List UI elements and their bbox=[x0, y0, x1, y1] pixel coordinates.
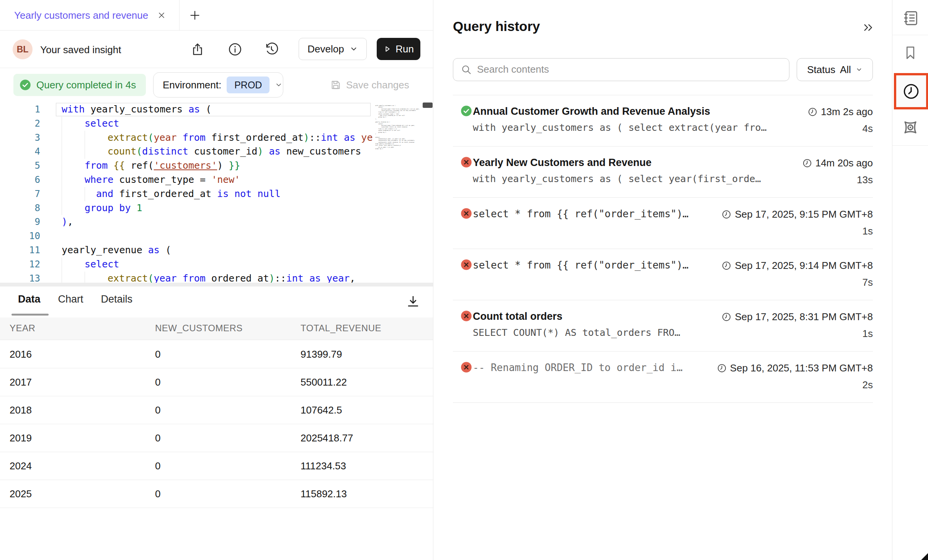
indent-guide bbox=[62, 173, 62, 187]
clock-icon bbox=[722, 312, 731, 322]
code-text: count(distinct customer_id) as new_custo… bbox=[108, 145, 361, 159]
code-line[interactable]: 5from {{ ref('customers') }} bbox=[0, 159, 433, 173]
indent-guide bbox=[62, 131, 62, 145]
clock-icon bbox=[802, 158, 812, 168]
clock-icon bbox=[722, 210, 731, 219]
success-status-icon bbox=[461, 105, 472, 117]
table-cell: 0 bbox=[155, 404, 160, 416]
history-item[interactable]: Annual Customer Growth and Revenue Analy… bbox=[453, 95, 873, 147]
query-history-icon-active[interactable] bbox=[894, 73, 928, 109]
develop-label: Develop bbox=[307, 43, 344, 55]
column-header-total_revenue: TOTAL_REVENUE bbox=[301, 323, 381, 334]
status-filter-value: All bbox=[840, 64, 851, 76]
history-item-time: Sep 17, 2025, 9:14 PM GMT+8 bbox=[722, 260, 873, 272]
sql-editor[interactable]: 1with yearly_customers as (2select3extra… bbox=[0, 103, 433, 283]
history-item-duration: 4s bbox=[863, 123, 873, 135]
play-icon bbox=[383, 45, 392, 53]
code-line[interactable]: 11yearly_revenue as ( bbox=[0, 243, 433, 257]
tab-title: Yearly customers and revenue bbox=[14, 10, 148, 21]
environment-label: Environment: bbox=[163, 79, 221, 91]
chevron-down-icon bbox=[350, 45, 358, 53]
history-item-sql-preview: with yearly_customers as ( select year(f… bbox=[473, 173, 761, 184]
code-line[interactable]: 8group by 1 bbox=[0, 201, 433, 215]
error-status-icon bbox=[461, 156, 472, 168]
table-row: 20240111234.53 bbox=[0, 452, 433, 480]
code-line[interactable]: 2select bbox=[0, 117, 433, 131]
search-icon bbox=[461, 64, 472, 75]
line-number: 12 bbox=[0, 257, 40, 272]
code-line[interactable]: 12select bbox=[0, 257, 433, 272]
history-item-time: Sep 17, 2025, 8:31 PM GMT+8 bbox=[722, 311, 873, 323]
indent-guide bbox=[62, 145, 62, 159]
history-item-title: select * from {{ ref("order_items")… bbox=[473, 208, 689, 220]
line-number: 8 bbox=[0, 201, 40, 215]
tab-chart[interactable]: Chart bbox=[58, 293, 83, 305]
code-line[interactable]: 1with yearly_customers as ( bbox=[0, 103, 433, 117]
close-tab-icon[interactable] bbox=[157, 10, 167, 20]
history-item[interactable]: select * from {{ ref("order_items")…Sep … bbox=[453, 249, 873, 300]
chevron-down-icon bbox=[275, 81, 283, 89]
history-item-sql-preview: with yearly_customers as ( select extrac… bbox=[473, 122, 767, 133]
download-icon[interactable] bbox=[406, 294, 420, 309]
code-line[interactable]: 9), bbox=[0, 215, 433, 229]
notebook-icon[interactable] bbox=[902, 9, 919, 28]
history-item[interactable]: Yearly New Customers and Revenue14m 20s … bbox=[453, 147, 873, 198]
table-row: 20250115892.13 bbox=[0, 480, 433, 508]
code-line[interactable]: 3extract(year from first_ordered_at)::in… bbox=[0, 131, 433, 145]
run-label: Run bbox=[395, 43, 414, 55]
code-line[interactable]: 13extract(year from ordered_at)::int as … bbox=[0, 272, 433, 283]
table-row: 2016091399.79 bbox=[0, 340, 433, 368]
tab-details[interactable]: Details bbox=[101, 293, 133, 305]
indent-guide bbox=[62, 159, 62, 173]
environment-dropdown[interactable]: Environment: PROD bbox=[153, 72, 283, 98]
run-button[interactable]: Run bbox=[377, 38, 420, 60]
clock-icon bbox=[717, 363, 727, 373]
code-line[interactable]: 4count(distinct customer_id) as new_cust… bbox=[0, 145, 433, 159]
right-rail bbox=[892, 0, 928, 560]
info-icon[interactable] bbox=[228, 42, 242, 57]
version-history-icon[interactable] bbox=[264, 42, 279, 57]
table-cell: 2018 bbox=[10, 404, 32, 416]
active-tab-indicator bbox=[11, 314, 49, 316]
table-cell: 2025418.77 bbox=[301, 432, 353, 444]
tab-data[interactable]: Data bbox=[18, 293, 41, 305]
bookmark-icon[interactable] bbox=[902, 45, 918, 62]
table-cell: 0 bbox=[155, 376, 160, 388]
column-header-new_customers: NEW_CUSTOMERS bbox=[155, 323, 243, 334]
check-circle-icon bbox=[20, 79, 31, 91]
editor-scrollbar[interactable] bbox=[423, 103, 433, 108]
table-cell: 2024 bbox=[10, 460, 32, 472]
history-item[interactable]: select * from {{ ref("order_items")…Sep … bbox=[453, 198, 873, 249]
compass-icon[interactable] bbox=[901, 118, 920, 138]
code-line[interactable]: 7and first_ordered_at is not null bbox=[0, 187, 433, 201]
table-row: 201902025418.77 bbox=[0, 424, 433, 452]
share-icon[interactable] bbox=[190, 42, 205, 57]
code-line[interactable]: 10 bbox=[0, 229, 433, 243]
table-row: 20170550011.22 bbox=[0, 368, 433, 396]
error-status-icon bbox=[461, 259, 472, 270]
editor-results-divider[interactable] bbox=[0, 283, 433, 287]
develop-dropdown[interactable]: Develop bbox=[299, 38, 367, 60]
error-status-icon bbox=[461, 361, 472, 373]
search-input[interactable] bbox=[477, 59, 779, 80]
editor-minimap[interactable]: with yearly_customers as ( select extrac… bbox=[373, 103, 423, 283]
code-line[interactable]: 6where customer_type = 'new' bbox=[0, 173, 433, 187]
editor-panel: Yearly customers and revenue BL Your sav… bbox=[0, 0, 433, 560]
save-changes-button[interactable]: Save changes bbox=[330, 74, 409, 96]
status-filter-dropdown[interactable]: Status All bbox=[797, 58, 873, 81]
table-cell: 107642.5 bbox=[301, 404, 342, 416]
table-cell: 115892.13 bbox=[301, 488, 347, 500]
tab-yearly-customers[interactable]: Yearly customers and revenue bbox=[0, 0, 167, 31]
query-status-text: Query completed in 4s bbox=[36, 79, 136, 91]
code-text: yearly_revenue as ( bbox=[62, 243, 171, 257]
collapse-panel-icon[interactable] bbox=[862, 21, 874, 34]
history-item-title: Annual Customer Growth and Revenue Analy… bbox=[473, 106, 710, 117]
table-cell: 2016 bbox=[10, 348, 32, 360]
history-item-duration: 2s bbox=[863, 379, 873, 391]
environment-value: PROD bbox=[227, 77, 270, 93]
tab-divider bbox=[179, 0, 180, 31]
new-tab-button[interactable] bbox=[186, 7, 203, 24]
table-row: 20180107642.5 bbox=[0, 396, 433, 424]
history-item[interactable]: Count total ordersSep 17, 2025, 8:31 PM … bbox=[453, 300, 873, 352]
history-item[interactable]: -- Renaming ORDER_ID to order_id i…Sep 1… bbox=[453, 352, 873, 403]
